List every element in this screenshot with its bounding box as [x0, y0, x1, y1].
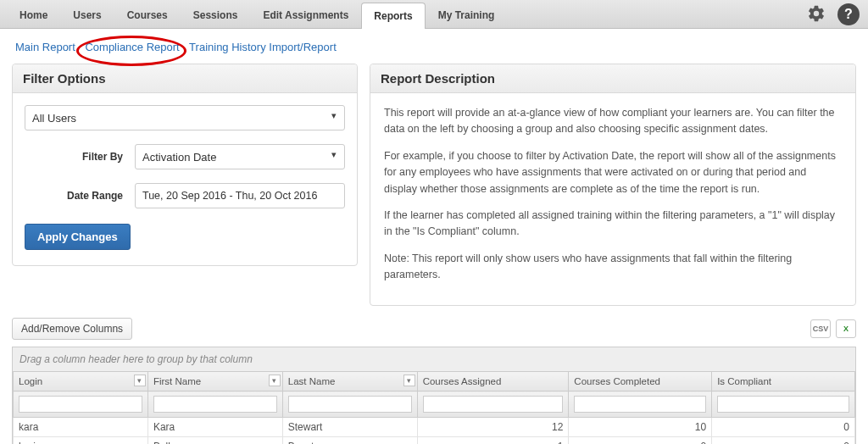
user-select[interactable]: All Users [25, 105, 345, 130]
filter-options-panel: Filter Options All Users Filter By Activ… [12, 64, 358, 266]
tab-edit-assignments[interactable]: Edit Assignments [250, 2, 361, 28]
filter-first-name[interactable] [153, 396, 277, 413]
subnav-compliance-report[interactable]: Compliance Report [85, 41, 179, 53]
col-courses-assigned[interactable]: Courses Assigned [417, 372, 569, 391]
col-first-name[interactable]: First Name▾ [147, 372, 282, 391]
tab-users[interactable]: Users [60, 2, 114, 28]
desc-paragraph: Note: This report will only show users w… [384, 251, 842, 284]
date-range-input[interactable] [135, 183, 345, 208]
tab-my-training[interactable]: My Training [426, 2, 508, 28]
filter-by-label: Filter By [25, 151, 135, 163]
apply-changes-button[interactable]: Apply Changes [25, 224, 131, 250]
col-last-name[interactable]: Last Name▾ [282, 372, 417, 391]
tab-sessions[interactable]: Sessions [181, 2, 251, 28]
date-range-label: Date Range [25, 190, 135, 202]
group-by-tip[interactable]: Drag a column header here to group by th… [13, 347, 855, 372]
desc-paragraph: If the learner has completed all assigne… [384, 208, 842, 241]
chevron-down-icon[interactable]: ▾ [403, 375, 415, 386]
tab-reports[interactable]: Reports [361, 3, 425, 29]
filter-by-select[interactable]: Activation Date [135, 144, 345, 169]
report-grid: Drag a column header here to group by th… [12, 347, 856, 444]
subnav-main-report[interactable]: Main Report [15, 41, 75, 53]
top-nav: Home Users Courses Sessions Edit Assignm… [0, 0, 868, 29]
table-row[interactable]: kara Kara Stewart 12 10 0 [14, 418, 855, 437]
filter-login[interactable] [19, 396, 142, 413]
chevron-down-icon[interactable]: ▾ [134, 375, 146, 386]
filter-is-compliant[interactable] [717, 396, 849, 413]
col-is-compliant[interactable]: Is Compliant [712, 372, 855, 391]
filter-courses-completed[interactable] [574, 396, 706, 413]
tab-home[interactable]: Home [7, 2, 60, 28]
filter-last-name[interactable] [288, 396, 412, 413]
gear-icon[interactable] [807, 4, 826, 25]
report-description-title: Report Description [370, 64, 855, 93]
table-row[interactable]: bprincess Belle Beaste 1 0 0 [14, 437, 855, 444]
export-excel-icon[interactable]: X [836, 319, 856, 338]
tab-courses[interactable]: Courses [114, 2, 181, 28]
report-description-panel: Report Description This report will prov… [370, 64, 856, 306]
filter-options-title: Filter Options [13, 64, 357, 93]
desc-paragraph: For example, if you choose to filter by … [384, 148, 842, 197]
help-icon[interactable]: ? [837, 3, 860, 25]
export-csv-icon[interactable]: CSV [810, 319, 831, 338]
col-login[interactable]: Login▾ [14, 372, 148, 391]
desc-paragraph: This report will provide an at-a-glance … [384, 105, 842, 138]
subnav-training-history[interactable]: Training History Import/Report [189, 41, 337, 53]
filter-courses-assigned[interactable] [423, 396, 564, 413]
chevron-down-icon[interactable]: ▾ [269, 375, 281, 386]
add-remove-columns-button[interactable]: Add/Remove Columns [12, 318, 132, 340]
col-courses-completed[interactable]: Courses Completed [569, 372, 712, 391]
sub-nav: Main Report Compliance Report Training H… [0, 29, 868, 64]
